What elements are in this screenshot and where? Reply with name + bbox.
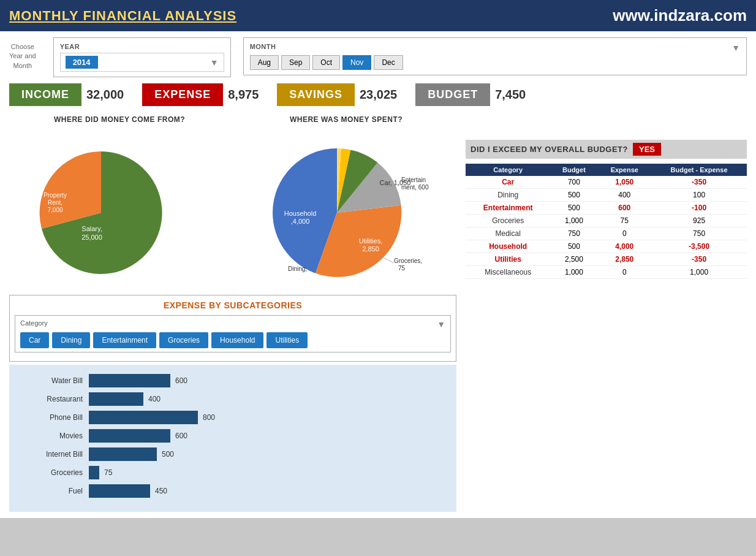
month-nov[interactable]: Nov: [342, 55, 371, 70]
bar-restaurant: Restaurant 400: [21, 392, 444, 406]
year-label: YEAR: [60, 43, 224, 50]
month-filter-icon[interactable]: ▼: [731, 43, 740, 53]
savings-label: SAVINGS: [277, 83, 355, 106]
cell-expense: 1,050: [597, 176, 651, 189]
table-row: Utilities 2,500 2,850 -350: [466, 253, 747, 266]
income-pie-chart: WHERE DID MONEY COME FROM? Salary,: [9, 115, 230, 289]
cell-category: Entertainment: [466, 202, 550, 215]
svg-text:Property: Property: [43, 192, 67, 199]
bar-groceries: Groceries 75: [21, 466, 444, 479]
table-row: Dining 500 400 100: [466, 189, 747, 202]
cell-category: Dining: [466, 189, 550, 202]
svg-text:Dining,: Dining,: [288, 265, 307, 272]
cell-diff: -3,500: [651, 240, 747, 253]
year-control: YEAR 2014 ▼: [53, 37, 231, 77]
year-dropdown-icon[interactable]: ▼: [210, 58, 219, 67]
cat-btn-utilities[interactable]: Utilities: [266, 332, 308, 348]
cell-expense: 4,000: [597, 240, 651, 253]
category-filter-box: Category ▼ Car Dining Entertainment Groc…: [15, 315, 451, 352]
budget-section: DID I EXCEED MY OVERALL BUDGET? YES Cate…: [466, 140, 747, 512]
cat-btn-household[interactable]: Household: [211, 332, 263, 348]
cell-category: Medical: [466, 227, 550, 240]
expense-label: EXPENSE: [142, 83, 223, 106]
cell-diff: 925: [651, 215, 747, 227]
cat-btn-entertainment[interactable]: Entertainment: [93, 332, 156, 348]
cell-diff: 100: [651, 189, 747, 202]
choose-label: ChooseYear andMonth: [9, 42, 36, 70]
budget-value: 7,450: [495, 88, 526, 102]
cell-budget: 500: [550, 189, 597, 202]
cell-diff: -350: [651, 253, 747, 266]
cell-diff: -100: [651, 202, 747, 215]
savings-metric: SAVINGS 23,025: [277, 83, 397, 106]
svg-text:25,000: 25,000: [81, 234, 102, 241]
table-row: Medical 750 0 750: [466, 227, 747, 240]
svg-text:Household: Household: [284, 210, 317, 217]
budget-question-text: DID I EXCEED MY OVERALL BUDGET?: [471, 145, 628, 154]
month-aug[interactable]: Aug: [250, 55, 279, 70]
cell-expense: 2,850: [597, 253, 651, 266]
category-buttons: Car Dining Entertainment Groceries House…: [20, 332, 445, 348]
col-diff: Budget - Expense: [651, 164, 747, 176]
website-label: www.indzara.com: [613, 6, 747, 25]
year-value: 2014: [66, 56, 98, 69]
app-title: MONTHLY FINANCIAL ANALYSIS: [9, 8, 236, 24]
bar-movies: Movies 600: [21, 429, 444, 443]
income-pie-title: WHERE DID MONEY COME FROM?: [9, 115, 230, 124]
budget-question-row: DID I EXCEED MY OVERALL BUDGET? YES: [466, 140, 747, 159]
bar-internet-bill: Internet Bill 500: [21, 447, 444, 461]
cell-diff: -350: [651, 176, 747, 189]
month-dec[interactable]: Dec: [374, 55, 403, 70]
cell-budget: 2,500: [550, 253, 597, 266]
cat-btn-groceries[interactable]: Groceries: [159, 332, 208, 348]
svg-text:Utilities,: Utilities,: [359, 237, 383, 245]
budget-label: BUDGET: [415, 83, 490, 106]
svg-text:Groceries,: Groceries,: [394, 257, 422, 264]
savings-value: 23,025: [360, 88, 397, 102]
category-filter-icon[interactable]: ▼: [437, 319, 445, 329]
cell-category: Groceries: [466, 215, 550, 227]
cat-btn-dining[interactable]: Dining: [52, 332, 90, 348]
cell-budget: 1,000: [550, 215, 597, 227]
svg-text:Salary,: Salary,: [81, 225, 102, 232]
expense-value: 8,975: [228, 88, 259, 102]
cell-expense: 0: [597, 227, 651, 240]
month-sep[interactable]: Sep: [281, 55, 310, 70]
bar-phone-bill: Phone Bill 800: [21, 411, 444, 424]
cell-diff: 1,000: [651, 266, 747, 279]
cell-budget: 500: [550, 240, 597, 253]
bar-fuel: Fuel 450: [21, 484, 444, 498]
month-control: MONTH ▼ Aug Sep Oct Nov Dec: [243, 37, 747, 75]
table-row: Car 700 1,050 -350: [466, 176, 747, 189]
cell-expense: 400: [597, 189, 651, 202]
category-filter-label: Category: [20, 319, 48, 329]
cell-diff: 750: [651, 227, 747, 240]
table-row: Groceries 1,000 75 925: [466, 215, 747, 227]
col-category: Category: [466, 164, 550, 176]
expense-pie-title: WHERE WAS MONEY SPENT?: [236, 115, 456, 124]
income-label: INCOME: [9, 83, 81, 106]
metrics-row: INCOME 32,000 EXPENSE 8,975 SAVINGS 23,0…: [9, 83, 747, 106]
cell-category: Miscellaneous: [466, 266, 550, 279]
svg-text:Entertain: Entertain: [401, 177, 426, 183]
cell-expense: 75: [597, 215, 651, 227]
svg-text:Rent,: Rent,: [48, 199, 62, 206]
svg-text:2,850: 2,850: [362, 245, 379, 253]
col-budget: Budget: [550, 164, 597, 176]
subcategory-section: EXPENSE BY SUBCATEGORIES Category ▼ Car …: [9, 295, 456, 362]
bar-water-bill: Water Bill 600: [21, 374, 444, 387]
table-row: Miscellaneous 1,000 0 1,000: [466, 266, 747, 279]
cell-budget: 700: [550, 176, 597, 189]
cell-budget: 500: [550, 202, 597, 215]
subcategory-title: EXPENSE BY SUBCATEGORIES: [15, 300, 451, 310]
cell-budget: 1,000: [550, 266, 597, 279]
budget-metric: BUDGET 7,450: [415, 83, 526, 106]
expense-metric: EXPENSE 8,975: [142, 83, 259, 106]
month-oct[interactable]: Oct: [312, 55, 340, 70]
yes-badge: YES: [633, 143, 661, 156]
budget-table: Category Budget Expense Budget - Expense…: [466, 164, 747, 279]
cell-expense: 600: [597, 202, 651, 215]
svg-line-16: [380, 256, 394, 263]
svg-text:,4,000: ,4,000: [291, 218, 310, 225]
cat-btn-car[interactable]: Car: [20, 332, 49, 348]
